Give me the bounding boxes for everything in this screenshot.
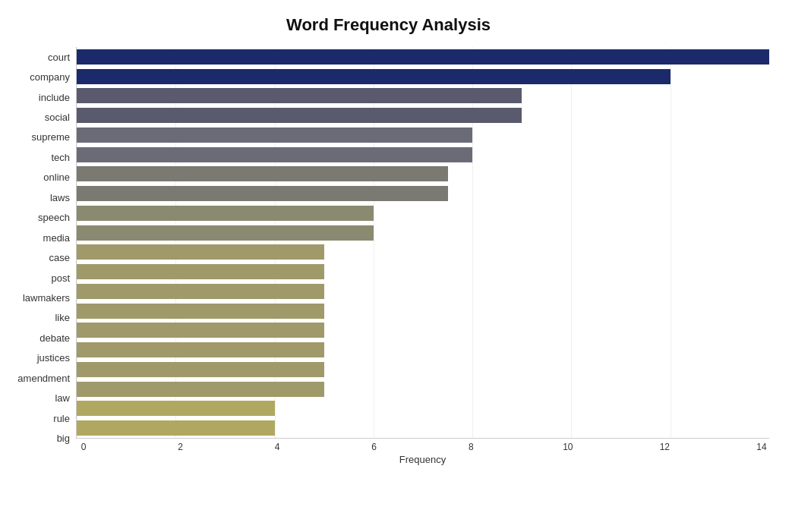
bar-row [77, 223, 769, 243]
x-axis: 02468101214 [76, 439, 769, 452]
bar [77, 108, 522, 123]
y-label: like [55, 313, 70, 323]
bar [77, 420, 275, 436]
y-label: justices [37, 353, 70, 363]
bar-row [77, 125, 769, 145]
x-tick-label: 14 [754, 442, 769, 452]
y-label: court [48, 52, 70, 62]
y-label: company [30, 72, 70, 82]
x-tick-label: 12 [657, 442, 672, 452]
bar [77, 323, 324, 338]
y-label: supreme [31, 132, 70, 142]
bar-row [77, 184, 769, 203]
chart-container: Word Frequency Analysis courtcompanyincl… [0, 0, 792, 532]
bar-row [77, 360, 769, 379]
y-label: lawmakers [23, 293, 70, 303]
y-label: case [49, 253, 70, 263]
bar-row [77, 243, 769, 263]
y-labels: courtcompanyincludesocialsupremetechonli… [8, 47, 76, 465]
bar [77, 304, 324, 319]
bar [77, 401, 275, 416]
x-axis-title: Frequency [76, 454, 769, 465]
y-label: debate [39, 333, 70, 343]
y-label: speech [38, 212, 70, 222]
bar [77, 284, 324, 299]
bar [77, 342, 324, 357]
y-label: media [43, 233, 70, 243]
bar [77, 147, 472, 162]
bars-and-x: 02468101214 Frequency [76, 47, 769, 465]
bars-area [76, 47, 769, 439]
x-tick-label: 6 [367, 442, 382, 452]
bar-row [77, 321, 769, 341]
chart-area: courtcompanyincludesocialsupremetechonli… [8, 47, 769, 465]
bar [77, 225, 374, 241]
bar [77, 362, 324, 377]
bar-row [77, 301, 769, 321]
x-tick-label: 8 [463, 442, 478, 452]
bar-row [77, 67, 769, 87]
y-label: big [57, 433, 70, 443]
bar-row [77, 340, 769, 360]
bar [77, 166, 448, 181]
x-tick-label: 4 [270, 442, 285, 452]
bar-row [77, 399, 769, 419]
y-label: tech [51, 153, 70, 162]
bar [77, 186, 448, 201]
bar-row [77, 203, 769, 223]
y-label: amendment [17, 373, 70, 383]
y-label: rule [53, 414, 70, 423]
y-label: post [51, 273, 70, 283]
bar-row [77, 282, 769, 301]
bar [77, 127, 472, 143]
chart-title: Word Frequency Analysis [8, 15, 769, 35]
y-label: social [45, 112, 70, 122]
bar-row [77, 165, 769, 184]
bar [77, 88, 522, 103]
x-tick-label: 0 [76, 442, 91, 452]
bar [77, 382, 324, 397]
bar-row [77, 87, 769, 106]
bar [77, 206, 374, 221]
bar [77, 49, 769, 65]
bar-row [77, 105, 769, 125]
bar-row [77, 145, 769, 165]
x-tick-label: 2 [173, 442, 188, 452]
bar [77, 264, 324, 279]
bar-row [77, 379, 769, 399]
bar-row [77, 418, 769, 438]
bar-row [77, 262, 769, 282]
bar-row [77, 47, 769, 67]
y-label: laws [50, 193, 70, 203]
y-label: include [39, 93, 70, 102]
bar [77, 69, 671, 84]
x-tick-label: 10 [560, 442, 576, 452]
y-label: online [43, 172, 70, 182]
bar [77, 244, 324, 260]
y-label: law [55, 393, 70, 403]
